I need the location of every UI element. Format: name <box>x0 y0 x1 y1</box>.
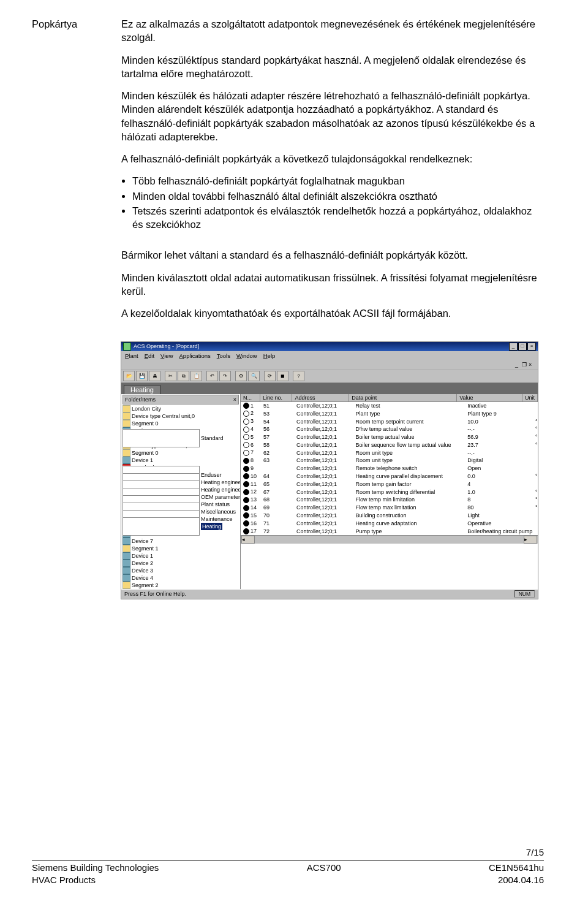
col-value[interactable]: Value <box>457 394 522 401</box>
table-row[interactable]: 456Controller,12;0;1D'hw temp actual val… <box>241 425 538 433</box>
footer-right-1: CE1N5641hu <box>489 862 544 874</box>
col-line[interactable]: Line no. <box>260 394 292 401</box>
page-icon <box>123 517 200 536</box>
tree-item[interactable]: Device 1 <box>123 457 239 464</box>
close-button[interactable]: × <box>527 343 536 351</box>
window-titlebar[interactable]: ACS Operating - [Popcard] _ □ × <box>121 342 538 351</box>
search-icon[interactable]: 🔍 <box>248 371 260 381</box>
tree-label: Device type Central unit,0 <box>132 412 195 420</box>
tree-item[interactable]: Device 4 <box>123 574 239 582</box>
app-icon <box>123 343 131 351</box>
folder-icon <box>123 449 130 457</box>
stop-icon[interactable]: ◼ <box>277 371 288 381</box>
tool-icon[interactable]: ⚙ <box>235 371 247 381</box>
refresh-icon[interactable]: ⟳ <box>264 371 276 381</box>
tree-item[interactable]: Segment 0 <box>123 420 239 427</box>
cut-icon[interactable]: ✂ <box>165 371 176 381</box>
mdi-restore-button[interactable]: ❐ <box>522 362 529 368</box>
tree-item[interactable]: Segment 0 <box>123 449 239 457</box>
mdi-minimize-button[interactable]: _ <box>515 362 522 368</box>
table-row[interactable]: 658Controller,12;0;1Boiler sequence flow… <box>241 441 538 449</box>
mdi-close-button[interactable]: × <box>529 362 535 368</box>
tree-label: Maintenance <box>201 515 233 523</box>
col-address[interactable]: Address <box>292 394 349 401</box>
redo-icon[interactable]: ↷ <box>219 371 231 381</box>
help-icon[interactable]: ? <box>293 371 304 381</box>
tab-strip: Heating <box>121 383 538 394</box>
folder-icon <box>123 412 130 420</box>
table-row[interactable]: 9Controller,12;0;1Remote telephone switc… <box>241 465 538 473</box>
menu-window[interactable]: Window <box>236 352 257 359</box>
menu-view[interactable]: View <box>160 352 173 359</box>
table-row[interactable]: 253Controller,12;0;1Plant typePlant type… <box>241 409 538 417</box>
folder-icon <box>123 582 130 589</box>
data-grid[interactable]: N... Line no. Address Data point Value U… <box>241 394 538 589</box>
tree-label: Plant status <box>201 501 230 508</box>
minimize-button[interactable]: _ <box>509 343 518 351</box>
tree-label: Segment 2 <box>132 582 159 589</box>
table-row[interactable]: 1671Controller,12;0;1Heating curve adapt… <box>241 519 538 527</box>
menubar[interactable]: PlantEditViewApplicationsToolsWindowHelp <box>121 351 538 360</box>
menu-applications[interactable]: Applications <box>179 352 211 359</box>
tree-item[interactable]: Heating <box>123 523 239 530</box>
scroll-left-button[interactable]: ◂ <box>241 536 255 544</box>
tree-item[interactable]: Device 2 <box>123 560 239 567</box>
tree-panel[interactable]: Folder/Items× London City Device type Ce… <box>121 394 241 589</box>
horizontal-scrollbar[interactable]: ◂ ▸ <box>241 535 538 544</box>
undo-icon[interactable]: ↶ <box>206 371 218 381</box>
menu-plant[interactable]: Plant <box>125 352 138 359</box>
copy-icon[interactable]: ⧉ <box>178 371 189 381</box>
footer-center-1: ACS700 <box>307 862 341 874</box>
open-icon[interactable]: 📂 <box>123 371 135 381</box>
tree-label: Heating engineer 1 <box>201 479 241 486</box>
tree-item[interactable]: Standard <box>123 435 239 442</box>
table-row[interactable]: 354Controller,12;0;1Room temp setpoint c… <box>241 417 538 425</box>
tree-close-icon[interactable]: × <box>233 396 236 403</box>
list-item: Tetszés szerinti adatpontok és elválaszt… <box>132 204 544 232</box>
menu-edit[interactable]: Edit <box>145 352 154 359</box>
page-footer: 7/15 Siemens Building Technologies ACS70… <box>32 847 544 886</box>
tab-heating[interactable]: Heating <box>124 385 160 394</box>
app-screenshot: ACS Operating - [Popcard] _ □ × PlantEdi… <box>121 341 538 599</box>
folder-icon <box>123 420 130 427</box>
tree-item[interactable]: Segment 1 <box>123 545 239 552</box>
maximize-button[interactable]: □ <box>518 343 527 351</box>
table-row[interactable]: 1469Controller,12;0;1Flow temp max limit… <box>241 504 538 512</box>
tree-label: Miscellaneous <box>201 508 236 515</box>
menu-help[interactable]: Help <box>263 352 276 359</box>
tree-label: Enduser <box>201 471 222 479</box>
tree-label: Segment 0 <box>132 420 159 427</box>
table-row[interactable]: 863Controller,12;0;1Room unit typeDigita… <box>241 457 538 465</box>
table-row[interactable]: 557Controller,12;0;1Boiler temp actual v… <box>241 433 538 441</box>
table-row[interactable]: 1165Controller,12;0;1Room temp gain fact… <box>241 480 538 488</box>
dev-icon <box>123 560 130 567</box>
folder-icon <box>123 405 130 412</box>
status-bar: Press F1 for Online Help. NUM <box>121 589 538 599</box>
col-n[interactable]: N... <box>241 394 260 401</box>
table-row[interactable]: 1368Controller,12;0;1Flow temp min limit… <box>241 496 538 504</box>
para-3: Minden készülék és hálózati adapter rész… <box>121 89 544 143</box>
col-datapoint[interactable]: Data point <box>349 394 457 401</box>
table-row[interactable]: 151Controller,12;0;1Relay testInactive <box>241 402 538 410</box>
tree-item[interactable]: Device 7 <box>123 537 239 545</box>
print-icon[interactable]: 🖶 <box>149 371 160 381</box>
tree-item[interactable]: Device 1 <box>123 552 239 560</box>
table-row[interactable]: 762Controller,12;0;1Room unit type--.- <box>241 449 538 457</box>
tree-item[interactable]: London City <box>123 405 239 412</box>
paste-icon[interactable]: 📋 <box>190 371 202 381</box>
tree-item[interactable]: Device type Central unit,0 <box>123 412 239 420</box>
menu-tools[interactable]: Tools <box>217 352 230 359</box>
page-icon <box>123 429 200 447</box>
save-icon[interactable]: 💾 <box>136 371 148 381</box>
tree-item[interactable]: Segment 2 <box>123 582 239 589</box>
scroll-right-button[interactable]: ▸ <box>524 536 537 544</box>
para-4: Bármikor lehet váltani a standard és a f… <box>121 248 544 262</box>
table-row[interactable]: 1064Controller,12;0;1Heating curve paral… <box>241 473 538 480</box>
table-row[interactable]: 1267Controller,12;0;1Room temp switching… <box>241 488 538 496</box>
table-row[interactable]: 1570Controller,12;0;1Building constructi… <box>241 512 538 520</box>
tree-label: Segment 1 <box>132 545 159 552</box>
table-row[interactable]: 1772Controller,12;0;1Pump typeBoiler/hea… <box>241 527 538 535</box>
col-unit[interactable]: Unit <box>522 394 538 401</box>
dev-icon <box>123 574 130 582</box>
tree-item[interactable]: Device 3 <box>123 567 239 574</box>
